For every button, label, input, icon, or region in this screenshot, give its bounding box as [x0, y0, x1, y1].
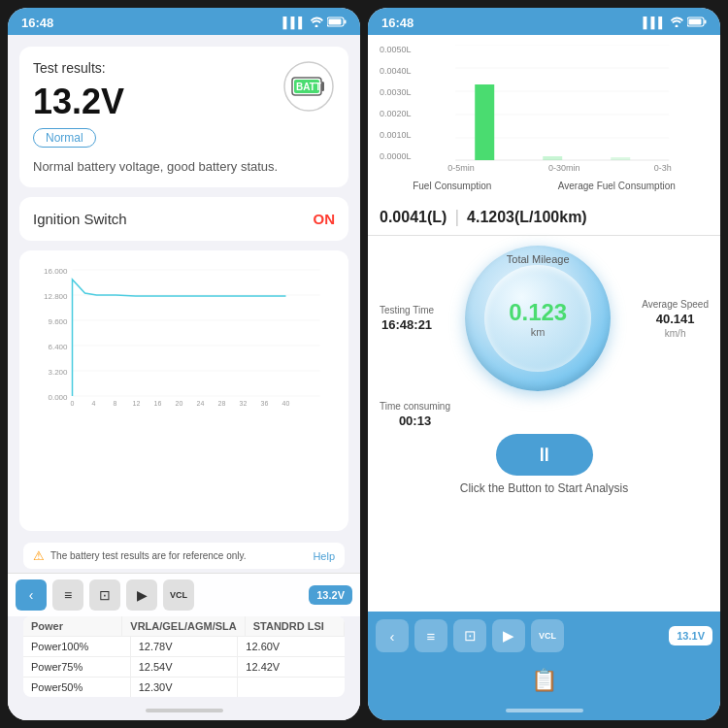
r-play-button[interactable]: ▶	[492, 619, 525, 652]
testing-time-label: Testing Time	[380, 305, 434, 315]
r-play-icon: ▶	[503, 627, 514, 645]
svg-rect-2	[329, 18, 342, 24]
left-status-icons: ▌▌▌	[283, 16, 347, 29]
signal-icon: ▌▌▌	[283, 17, 306, 28]
speedometer: 0.123 km Total Mileage	[465, 246, 611, 391]
left-home-indicator	[8, 701, 360, 720]
svg-text:16.000: 16.000	[44, 267, 68, 276]
fuel-consumption-value: 0.0041(L)	[380, 209, 447, 226]
mileage-unit: km	[531, 326, 546, 338]
right-phone: 16:48 ▌▌▌	[368, 8, 720, 720]
r-vcl-label: VCL	[539, 631, 556, 641]
r-vcl-button[interactable]: VCL	[531, 619, 564, 652]
table-header-row: Power VRLA/GEL/AGM/SLA STANDRD LSI	[23, 616, 345, 637]
test-results-card: Test results: 13.2V Normal BATT Norma	[19, 47, 348, 187]
speedometer-section: Testing Time 16:48:21 0.123 km Total Mil…	[368, 236, 720, 612]
fuel-y-labels: 0.0050L 0.0040L 0.0030L 0.0020L 0.0010L …	[380, 45, 415, 161]
table-row: Power100% 12.78V 12.60V	[23, 637, 345, 657]
svg-rect-40	[475, 84, 494, 160]
stats-row-bottom: Time consuming 00:13	[380, 401, 709, 428]
back-button[interactable]: ‹	[16, 579, 47, 611]
svg-rect-32	[705, 19, 707, 23]
testing-time-col: Testing Time 16:48:21	[380, 305, 434, 332]
avg-fuel-label: Average Fuel Consumption	[558, 181, 676, 191]
svg-text:0: 0	[71, 400, 75, 406]
normal-badge: Normal	[33, 128, 96, 148]
cell-vrla-100: 12.78V	[131, 637, 239, 656]
svg-text:8: 8	[114, 400, 117, 406]
voltage-chart: 16.000 12.800 9.600 6.400 3.200 0.000 0 …	[29, 260, 339, 406]
svg-text:16: 16	[154, 400, 162, 406]
fuel-separator: |	[454, 207, 459, 227]
svg-rect-33	[689, 18, 702, 24]
battery-large-icon: BATT	[282, 60, 335, 113]
pause-button[interactable]: ⏸	[496, 434, 593, 476]
cell-std-100: 12.60V	[238, 637, 345, 656]
svg-rect-41	[543, 156, 562, 160]
svg-rect-1	[345, 19, 347, 23]
svg-text:9.600: 9.600	[48, 317, 68, 326]
right-main-content: 0.0050L 0.0040L 0.0030L 0.0020L 0.0010L …	[368, 35, 720, 720]
crop-button[interactable]: ⊡	[89, 579, 120, 611]
normal-description: Normal battery voltage, good battery sta…	[33, 159, 335, 174]
left-time: 16:48	[21, 16, 53, 30]
r-crop-button[interactable]: ⊡	[453, 619, 486, 652]
left-status-bar: 16:48 ▌▌▌	[8, 8, 360, 35]
r-home-bar	[506, 709, 583, 712]
r-voltage-badge: 13.1V	[669, 626, 712, 645]
back-icon: ‹	[29, 587, 34, 603]
fuel-values-row: 0.0041(L) | 4.1203(L/100km)	[368, 199, 720, 236]
left-phone: 16:48 ▌▌▌	[8, 8, 360, 720]
stats-row-top: Testing Time 16:48:21 0.123 km Total Mil…	[380, 246, 709, 391]
fuel-consumption-label: Fuel Consumption	[413, 181, 491, 191]
vcl-button[interactable]: VCL	[163, 579, 194, 611]
svg-text:20: 20	[176, 400, 183, 406]
avg-speed-col: Average Speed 40.141 km/h	[642, 299, 709, 339]
info-bar-wrapper: ⚠ The battery test results are for refer…	[8, 543, 360, 573]
time-consuming-value: 00:13	[399, 414, 431, 428]
ignition-card: Ignition Switch ON	[19, 197, 348, 241]
svg-text:28: 28	[218, 400, 226, 406]
ignition-label: Ignition Switch	[33, 211, 127, 227]
pause-icon: ⏸	[535, 444, 554, 466]
cell-vrla-50: 12.30V	[131, 678, 239, 697]
right-status-bar: 16:48 ▌▌▌	[368, 8, 720, 35]
info-text: The battery test results are for referen…	[50, 550, 247, 561]
play-button[interactable]: ▶	[126, 579, 157, 611]
battery-icon	[327, 17, 347, 29]
r-back-button[interactable]: ‹	[376, 619, 409, 652]
home-bar	[146, 709, 223, 712]
col-standrd: STANDRD LSI	[246, 616, 345, 636]
cell-p75: Power75%	[23, 657, 131, 677]
power-table: Power VRLA/GEL/AGM/SLA STANDRD LSI Power…	[23, 616, 345, 697]
filter-button[interactable]: ≡	[52, 579, 83, 611]
voltage-chart-card: 16.000 12.800 9.600 6.400 3.200 0.000 0 …	[19, 250, 348, 531]
svg-rect-5	[321, 82, 324, 91]
info-bar: ⚠ The battery test results are for refer…	[23, 543, 345, 569]
right-time: 16:48	[381, 16, 414, 30]
fuel-chart-row: 0.0050L 0.0040L 0.0030L 0.0020L 0.0010L …	[380, 45, 709, 161]
cell-p50: Power50%	[23, 678, 131, 697]
col-vrla: VRLA/GEL/AGM/SLA	[122, 616, 245, 636]
crop-icon: ⊡	[99, 587, 111, 603]
table-popup-wrapper: Power VRLA/GEL/AGM/SLA STANDRD LSI Power…	[8, 616, 360, 701]
fuel-bar-labels: Fuel Consumption Average Fuel Consumptio…	[380, 177, 709, 193]
right-footer: 📋	[368, 660, 720, 701]
avg-speed-value: 40.141	[656, 312, 695, 326]
speedo-title: Total Mileage	[507, 253, 570, 265]
filter-icon: ≡	[64, 587, 72, 603]
svg-text:3.200: 3.200	[48, 368, 68, 377]
svg-text:40: 40	[282, 400, 290, 406]
speedo-ring: 0.123 km	[465, 246, 611, 391]
r-back-icon: ‹	[390, 628, 395, 645]
right-status-icons: ▌▌▌	[644, 16, 707, 29]
svg-rect-42	[611, 157, 630, 160]
svg-text:4: 4	[92, 400, 96, 406]
vcl-label: VCL	[170, 590, 187, 600]
cell-std-50	[238, 678, 345, 697]
cell-vrla-75: 12.54V	[131, 657, 239, 677]
time-consuming-label: Time consuming	[380, 401, 450, 412]
help-link[interactable]: Help	[313, 550, 335, 562]
r-filter-button[interactable]: ≡	[414, 619, 447, 652]
note-icon: 📋	[531, 668, 557, 693]
